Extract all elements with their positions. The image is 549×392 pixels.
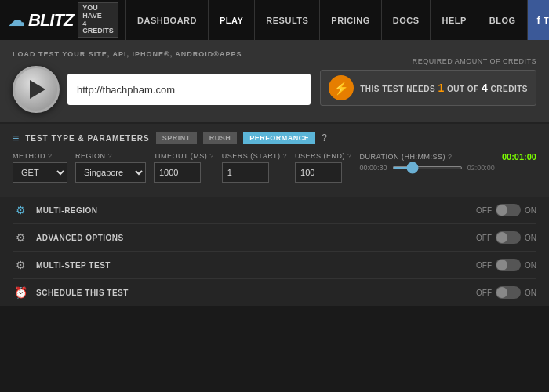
multi-region-toggle-group: OFF ON xyxy=(476,204,536,216)
params-title: TEST TYPE & PARAMETERS xyxy=(25,134,150,143)
schedule-knob xyxy=(496,287,507,298)
timeout-input[interactable] xyxy=(154,162,201,183)
params-help-icon[interactable]: ? xyxy=(322,132,327,143)
credits-message: THIS TEST NEEDS 1 OUT OF 4 CREDITS xyxy=(360,82,528,94)
multi-step-icon: ⚙ xyxy=(13,259,28,271)
method-group: Method ? GET POST PUT DELETE xyxy=(13,152,67,183)
advanced-options-toggle-group: OFF ON xyxy=(476,231,536,244)
multi-step-toggle-group: OFF ON xyxy=(476,259,536,271)
schedule-icon: ⏰ xyxy=(13,286,28,299)
credits-coin-symbol: ⚡ xyxy=(333,81,349,96)
credits-total: 4 xyxy=(482,82,488,94)
params-section: ≡ TEST TYPE & PARAMETERS SPRINT RUSH PER… xyxy=(0,124,549,197)
method-label: Method xyxy=(13,152,45,160)
multi-region-icon: ⚙ xyxy=(13,204,28,216)
tab-sprint[interactable]: SPRINT xyxy=(156,132,197,144)
schedule-off-label: OFF xyxy=(476,289,492,297)
advanced-options-off-label: OFF xyxy=(476,234,492,242)
users-end-help-icon[interactable]: ? xyxy=(347,152,352,160)
credits-count: 1 xyxy=(438,82,444,94)
nav-facebook[interactable]: f THACH ▼ xyxy=(528,0,549,40)
nav-blog[interactable]: BLOG xyxy=(478,0,528,40)
facebook-username: THACH xyxy=(544,16,549,25)
multi-region-toggle[interactable] xyxy=(496,204,521,216)
facebook-f-icon: f xyxy=(537,14,540,26)
region-help-icon[interactable]: ? xyxy=(108,152,113,160)
multi-region-off-label: OFF xyxy=(476,206,492,215)
nav-help[interactable]: HELP xyxy=(431,0,478,40)
main-nav: DASHBOARD PLAY RESULTS PRICING DOCS HELP… xyxy=(125,0,549,40)
multi-region-on-label: ON xyxy=(525,206,536,215)
nav-results[interactable]: RESULTS xyxy=(255,0,320,40)
users-end-input[interactable] xyxy=(295,162,342,183)
duration-help-icon[interactable]: ? xyxy=(448,153,453,161)
schedule-label: SCHEDULE THIS TEST xyxy=(36,289,468,297)
nav-play[interactable]: PLAY xyxy=(209,0,255,40)
method-select[interactable]: GET POST PUT DELETE xyxy=(13,162,67,183)
tab-performance[interactable]: PERFORMANCE xyxy=(243,132,315,144)
timeout-help-icon[interactable]: ? xyxy=(209,152,214,160)
users-start-input[interactable] xyxy=(222,162,269,183)
duration-active-value: 00:01:00 xyxy=(502,152,536,162)
toggle-row-multi-step: ⚙ MULTI-STEP TEST OFF ON xyxy=(13,252,536,279)
toggle-row-multi-region: ⚙ MULTI-REGION OFF ON xyxy=(13,197,536,224)
users-start-help-icon[interactable]: ? xyxy=(283,152,288,160)
params-header: ≡ TEST TYPE & PARAMETERS SPRINT RUSH PER… xyxy=(13,132,536,144)
params-icon: ≡ xyxy=(13,132,19,144)
toggle-row-advanced-options: ⚙ ADVANCED OPTIONS OFF ON xyxy=(13,224,536,252)
advanced-options-icon: ⚙ xyxy=(13,231,28,244)
multi-step-toggle[interactable] xyxy=(496,259,521,271)
duration-min-label: 00:00:30 xyxy=(360,164,387,172)
duration-max-label: 02:00:00 xyxy=(467,164,495,172)
advanced-options-toggle[interactable] xyxy=(496,231,521,244)
toggle-row-schedule: ⏰ SCHEDULE THIS TEST OFF ON xyxy=(13,279,536,306)
region-label: Region xyxy=(75,152,106,160)
nav-docs[interactable]: DOCS xyxy=(382,0,431,40)
tab-rush[interactable]: RUSH xyxy=(203,132,238,144)
duration-slider[interactable] xyxy=(392,166,463,169)
play-icon xyxy=(30,80,45,99)
users-start-label: Users (start) xyxy=(222,152,281,160)
advanced-options-label: ADVANCED OPTIONS xyxy=(36,234,468,242)
method-help-icon[interactable]: ? xyxy=(48,152,53,160)
multi-step-label: MULTI-STEP TEST xyxy=(36,261,468,270)
advanced-options-on-label: ON xyxy=(525,234,536,242)
schedule-toggle-group: OFF ON xyxy=(476,286,536,299)
header: ☁ BLITZ YOU HAVE 4 CREDITS DASHBOARD PLA… xyxy=(0,0,549,41)
duration-group: Duration (hh:mm:ss) ? 00:01:00 00:00:30 … xyxy=(360,152,536,172)
users-end-group: Users (end) ? xyxy=(295,152,352,183)
params-form-row: Method ? GET POST PUT DELETE Region ? Si… xyxy=(13,152,536,183)
advanced-options-knob xyxy=(496,232,507,243)
credits-badge: YOU HAVE 4 CREDITS xyxy=(78,2,118,38)
blitz-logo: BLITZ xyxy=(28,10,73,31)
nav-dashboard[interactable]: DASHBOARD xyxy=(126,0,209,40)
load-test-section: LOAD TEST YOUR SITE, API, IPHONE®, ANDRO… xyxy=(0,41,549,124)
region-select[interactable]: Singapore US East US West Europe xyxy=(75,162,146,183)
load-test-label: LOAD TEST YOUR SITE, API, IPHONE®, ANDRO… xyxy=(13,50,311,58)
schedule-on-label: ON xyxy=(525,289,536,297)
cloud-icon: ☁ xyxy=(8,10,25,31)
toggle-section: ⚙ MULTI-REGION OFF ON ⚙ ADVANCED OPTIONS… xyxy=(0,197,549,306)
region-group: Region ? Singapore US East US West Europ… xyxy=(75,152,146,183)
logo-area: ☁ BLITZ YOU HAVE 4 CREDITS xyxy=(0,2,125,38)
multi-region-knob xyxy=(496,205,507,216)
users-start-group: Users (start) ? xyxy=(222,152,287,183)
duration-label: Duration (hh:mm:ss) xyxy=(360,153,445,161)
timeout-group: Timeout (ms) ? xyxy=(154,152,214,183)
url-input[interactable] xyxy=(67,74,311,105)
multi-step-knob xyxy=(496,260,507,270)
nav-pricing[interactable]: PRICING xyxy=(320,0,381,40)
credits-info-box: ⚡ THIS TEST NEEDS 1 OUT OF 4 CREDITS xyxy=(320,70,536,106)
credits-icon: ⚡ xyxy=(329,75,354,100)
multi-step-on-label: ON xyxy=(525,261,536,270)
credits-required-label: REQUIRED AMOUNT OF CREDITS xyxy=(413,57,536,65)
users-end-label: Users (end) xyxy=(295,152,345,160)
schedule-toggle[interactable] xyxy=(496,286,521,299)
play-button[interactable] xyxy=(13,66,60,113)
timeout-label: Timeout (ms) xyxy=(154,152,207,160)
multi-region-label: MULTI-REGION xyxy=(36,206,468,215)
multi-step-off-label: OFF xyxy=(476,261,492,270)
